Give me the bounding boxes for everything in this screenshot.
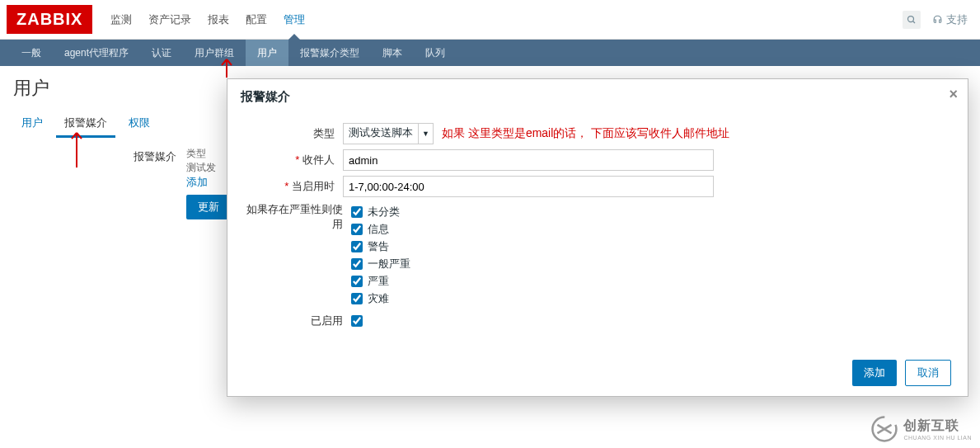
cancel-button[interactable]: 取消	[905, 360, 951, 386]
top-right: 支持	[903, 11, 968, 29]
row-testsend: 测试发	[186, 161, 216, 175]
headset-icon	[932, 14, 943, 25]
recipient-input[interactable]	[343, 149, 714, 171]
tab-user[interactable]: 用户	[13, 111, 51, 138]
top-nav: ZABBIX 监测 资产记录 报表 配置 管理 支持	[0, 0, 980, 40]
label-severity: 如果存在严重性则使用	[244, 202, 351, 232]
nav-admin[interactable]: 管理	[275, 0, 313, 39]
subnav-queue[interactable]: 队列	[414, 40, 457, 66]
subnav-proxies[interactable]: agent代理程序	[53, 40, 140, 66]
when-active-input[interactable]	[343, 176, 714, 197]
tab-media[interactable]: 报警媒介	[56, 111, 115, 138]
update-button[interactable]: 更新	[186, 195, 231, 219]
severity-warning-label: 警告	[368, 239, 389, 254]
subnav-usergroups[interactable]: 用户群组	[183, 40, 246, 66]
subnav-general[interactable]: 一般	[10, 40, 53, 66]
tab-permissions[interactable]: 权限	[120, 111, 158, 138]
watermark: 创新互联 CHUANG XIN HU LIAN	[870, 415, 972, 443]
nav-monitoring[interactable]: 监测	[102, 0, 140, 39]
nav-reports[interactable]: 报表	[199, 0, 237, 39]
logo[interactable]: ZABBIX	[7, 5, 92, 34]
subnav-mediatypes[interactable]: 报警媒介类型	[288, 40, 371, 66]
add-button[interactable]: 添加	[852, 360, 897, 386]
nav-config[interactable]: 配置	[237, 0, 275, 39]
label-media: 报警媒介	[13, 147, 186, 164]
label-enabled: 已启用	[244, 314, 351, 328]
chevron-down-icon[interactable]: ▼	[419, 123, 434, 144]
enabled-checkbox[interactable]	[351, 315, 363, 327]
support-label: 支持	[946, 12, 968, 27]
col-type: 类型	[186, 147, 216, 161]
watermark-en: CHUANG XIN HU LIAN	[903, 435, 972, 441]
link-add-media[interactable]: 添加	[186, 175, 216, 190]
severity-notclassified-label: 未分类	[368, 205, 400, 219]
type-select[interactable]: 测试发送脚本	[343, 123, 419, 144]
sub-nav: 一般 agent代理程序 认证 用户群组 用户 报警媒介类型 脚本 队列	[0, 40, 980, 66]
label-type: 类型	[244, 126, 343, 141]
subnav-scripts[interactable]: 脚本	[371, 40, 414, 66]
support-link[interactable]: 支持	[932, 12, 968, 27]
severity-average-label: 一般严重	[368, 257, 410, 271]
svg-line-1	[913, 21, 916, 23]
annotation-email: 如果 这里类型是email的话， 下面应该写收件人邮件地址	[442, 126, 729, 141]
watermark-cn: 创新互联	[903, 417, 972, 435]
severity-info-label: 信息	[368, 222, 389, 237]
subnav-auth[interactable]: 认证	[140, 40, 183, 66]
media-dialog: 报警媒介 × 类型 测试发送脚本 ▼ 如果 这里类型是email的话， 下面应该…	[227, 78, 968, 397]
dialog-title-text: 报警媒介	[241, 89, 290, 103]
severity-warning-checkbox[interactable]	[351, 241, 363, 252]
severity-disaster-label: 灾难	[368, 291, 389, 306]
severity-average-checkbox[interactable]	[351, 258, 363, 270]
severity-info-checkbox[interactable]	[351, 224, 363, 235]
svg-point-0	[908, 16, 914, 21]
severity-high-label: 严重	[368, 274, 389, 289]
subnav-users[interactable]: 用户	[246, 40, 288, 66]
close-icon[interactable]: ×	[949, 86, 958, 103]
search-icon[interactable]	[903, 11, 921, 29]
dialog-title: 报警媒介 ×	[227, 79, 968, 115]
label-recipient: 收件人	[244, 153, 343, 167]
severity-notclassified-checkbox[interactable]	[351, 206, 363, 218]
severity-disaster-checkbox[interactable]	[351, 293, 363, 304]
nav-inventory[interactable]: 资产记录	[140, 0, 199, 39]
label-when-active: 当启用时	[244, 179, 343, 194]
top-menu: 监测 资产记录 报表 配置 管理	[102, 0, 903, 39]
severity-high-checkbox[interactable]	[351, 276, 363, 287]
watermark-icon	[870, 415, 898, 443]
